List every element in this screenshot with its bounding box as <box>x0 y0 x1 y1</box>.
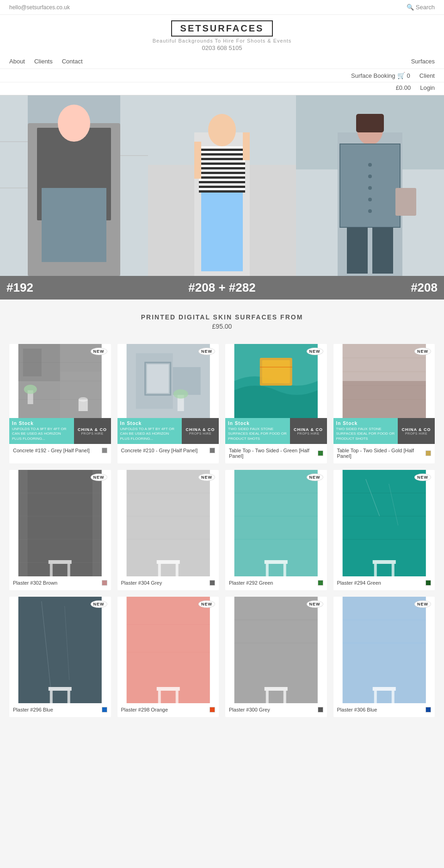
product-image-wrap: NEW <box>117 470 219 576</box>
overlay-left: In Stock UNFOLDS TO A 9FT BY 4FT OR CAN … <box>9 418 74 444</box>
in-stock-label: In Stock <box>228 421 287 426</box>
booking-bar: Surface Booking 🛒 0 Client <box>0 69 444 82</box>
svg-point-35 <box>368 163 372 167</box>
product-card[interactable]: NEW In Stock TWO SIDED FAUX STONE SURFAC… <box>225 344 327 463</box>
hero-image-2[interactable]: #208 + #282 <box>148 95 296 300</box>
nav-about[interactable]: About <box>9 58 25 65</box>
product-image-wrap: NEW <box>333 344 435 418</box>
svg-rect-22 <box>199 176 245 179</box>
search-icon: 🔍 <box>407 4 414 11</box>
nav-contact[interactable]: Contact <box>62 58 83 65</box>
surface-booking-link[interactable]: Surface Booking 🛒 0 <box>351 72 410 79</box>
svg-rect-91 <box>158 564 160 576</box>
overlay-right: CHINA & CO PROPS HIRE <box>290 418 327 444</box>
product-name: Plaster #294 Green <box>337 580 423 586</box>
svg-rect-123 <box>158 691 160 703</box>
product-card[interactable]: NEW Plaster #302 Brown <box>9 470 111 590</box>
product-card[interactable]: NEW Plaster #300 Grey <box>225 597 327 717</box>
nav-left: About Clients Contact <box>9 58 83 65</box>
in-stock-label: In Stock <box>120 421 179 426</box>
new-badge: NEW <box>91 474 107 481</box>
nav-clients[interactable]: Clients <box>34 58 53 65</box>
product-name: Table Top - Two Sided - Green [Half Pane… <box>229 448 315 459</box>
search-button[interactable]: 🔍 Search <box>407 4 435 11</box>
new-badge: NEW <box>91 600 107 608</box>
svg-point-36 <box>368 175 372 178</box>
svg-rect-41 <box>372 227 393 274</box>
new-badge: NEW <box>198 600 215 608</box>
new-badge: NEW <box>414 474 431 481</box>
product-card[interactable]: NEW Plaster #292 Green <box>225 470 327 590</box>
hero-img-2 <box>148 95 296 276</box>
email-label: hello@setsurfaces.co.uk <box>9 4 70 11</box>
product-info: Plaster #302 Brown <box>9 576 111 590</box>
products-grid-row2: NEW Plaster #302 Brown NEW Plaster #304 … <box>9 470 435 590</box>
product-overlay: In Stock UNFOLDS TO A 9FT BY 4FT OR CAN … <box>117 418 219 444</box>
logo[interactable]: SETSURFACES <box>171 20 273 37</box>
brand-sub: PROPS HIRE <box>297 432 319 435</box>
new-badge: NEW <box>414 348 431 355</box>
svg-rect-84 <box>68 564 70 576</box>
new-badge: NEW <box>307 600 323 608</box>
in-stock-label: In Stock <box>12 421 71 426</box>
hero-caption-1: #192 <box>0 276 148 300</box>
brand-name: CHINA & CO <box>294 427 323 432</box>
overlay-right: CHINA & CO PROPS HIRE <box>74 418 111 444</box>
product-card[interactable]: NEW In Stock UNFOLDS TO A 9FT BY 4FT OR … <box>117 344 219 463</box>
svg-rect-28 <box>243 132 250 160</box>
color-swatch <box>210 448 215 453</box>
product-info: Plaster #300 Grey <box>225 703 327 717</box>
product-info: Plaster #306 Blue <box>333 703 435 717</box>
overlay-desc: UNFOLDS TO A 9FT BY 4FT OR CAN BE USED A… <box>120 427 179 441</box>
svg-rect-43 <box>356 114 384 132</box>
svg-rect-115 <box>49 687 72 691</box>
hero-image-3[interactable]: #208 <box>296 95 444 300</box>
price-bar: £0.00 Login <box>0 82 444 95</box>
product-card[interactable]: NEW Plaster #296 Blue <box>9 597 111 717</box>
product-info: Table Top - Two Sided - Gold [Half Panel… <box>333 444 435 463</box>
product-name: Concrete #192 - Grey [Half Panel] <box>13 448 99 453</box>
color-swatch <box>318 707 323 712</box>
product-card[interactable]: NEW Plaster #294 Green <box>333 470 435 590</box>
products-section: NEW In Stock UNFOLDS TO A 9FT BY 4FT OR … <box>0 339 444 726</box>
products-grid-row1: NEW In Stock UNFOLDS TO A 9FT BY 4FT OR … <box>9 344 435 463</box>
svg-rect-122 <box>156 687 179 691</box>
product-image-wrap: NEW <box>333 597 435 703</box>
product-image-wrap: NEW <box>9 344 111 418</box>
hero-img-1 <box>0 95 148 276</box>
overlay-left: In Stock TWO SIDED FAUX STONE SURFACES I… <box>225 418 290 444</box>
color-swatch <box>426 707 431 712</box>
product-info: Table Top - Two Sided - Green [Half Pane… <box>225 444 327 463</box>
hero-caption-2: #208 + #282 <box>148 276 296 300</box>
svg-rect-124 <box>175 691 178 703</box>
svg-rect-21 <box>199 172 245 174</box>
logo-bar: SETSURFACES Beautiful Backgrounds To Hir… <box>0 15 444 54</box>
product-card[interactable]: NEW In Stock TWO SIDED FAUX STONE SURFAC… <box>333 344 435 463</box>
svg-rect-100 <box>284 564 286 576</box>
hero-image-1[interactable]: #192 <box>0 95 148 300</box>
product-overlay: In Stock TWO SIDED FAUX STONE SURFACES I… <box>333 418 435 444</box>
overlay-desc: TWO SIDED FAUX STONE SURFACES IDEAL FOR … <box>228 427 287 441</box>
product-card[interactable]: NEW Plaster #298 Orange <box>117 597 219 717</box>
products-grid-row3: NEW Plaster #296 Blue NEW Plaster #298 O… <box>9 597 435 717</box>
product-name: Plaster #306 Blue <box>337 707 423 712</box>
promo-price: £95.00 <box>9 323 435 330</box>
svg-rect-92 <box>175 564 178 576</box>
overlay-left: In Stock TWO SIDED FAUX STONE SURFACES I… <box>333 418 398 444</box>
svg-rect-137 <box>374 691 376 703</box>
login-link[interactable]: Login <box>420 84 435 91</box>
product-image-wrap: NEW <box>225 597 327 703</box>
brand-sub: PROPS HIRE <box>81 432 103 435</box>
svg-point-14 <box>208 114 236 146</box>
nav-surfaces[interactable]: Surfaces <box>411 58 435 65</box>
product-overlay: In Stock TWO SIDED FAUX STONE SURFACES I… <box>225 418 327 444</box>
client-link[interactable]: Client <box>419 72 435 79</box>
svg-rect-6 <box>120 95 148 276</box>
brand-name: CHINA & CO <box>401 427 431 432</box>
product-card[interactable]: NEW Plaster #304 Grey <box>117 470 219 590</box>
svg-rect-83 <box>50 564 53 576</box>
product-card[interactable]: NEW In Stock UNFOLDS TO A 9FT BY 4FT OR … <box>9 344 111 463</box>
product-card[interactable]: NEW Plaster #306 Blue <box>333 597 435 717</box>
logo-tagline: Beautiful Backgrounds To Hire For Shoots… <box>153 38 292 44</box>
svg-rect-131 <box>284 691 286 703</box>
